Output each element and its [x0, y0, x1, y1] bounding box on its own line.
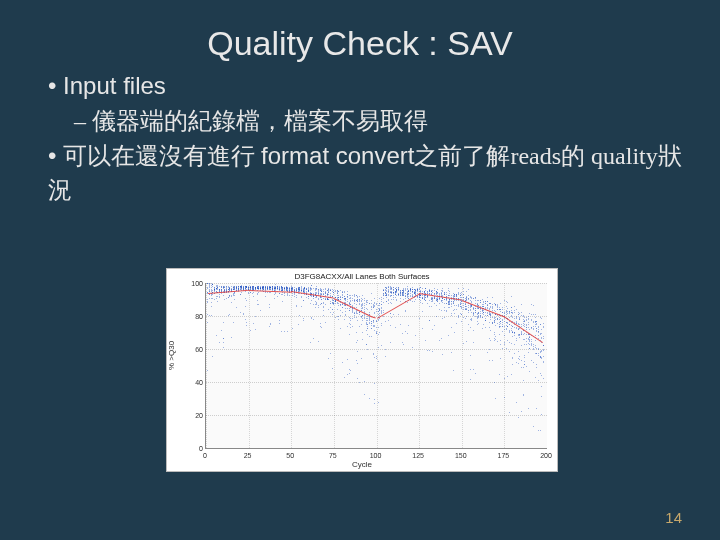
- bullet-2-pre: 可以在還沒有進行: [63, 143, 261, 169]
- bullet-1-sub-text: 儀器端的紀錄檔，檔案不易取得: [92, 108, 428, 134]
- chart-xtick: 100: [370, 452, 382, 459]
- chart-xtick: 25: [244, 452, 252, 459]
- chart-ytick: 100: [189, 280, 203, 287]
- chart-ytick: 40: [189, 379, 203, 386]
- chart-ytick: 60: [189, 346, 203, 353]
- chart-xtick: 0: [203, 452, 207, 459]
- chart-xtick: 125: [412, 452, 424, 459]
- slide-title: Quality Check : SAV: [0, 0, 720, 69]
- chart-xtick: 50: [286, 452, 294, 459]
- bullet-1-sub: – 儀器端的紀錄檔，檔案不易取得: [44, 104, 690, 139]
- page-number: 14: [665, 509, 682, 526]
- chart-ytick: 80: [189, 313, 203, 320]
- bullet-2-mid: format convert: [261, 142, 414, 169]
- slide-content: • Input files – 儀器端的紀錄檔，檔案不易取得 • 可以在還沒有進…: [0, 69, 720, 208]
- bullet-1-text: Input files: [63, 72, 166, 99]
- chart-xtick: 200: [540, 452, 552, 459]
- bullet-2: • 可以在還沒有進行 format convert之前了解reads的 qual…: [44, 139, 690, 209]
- chart-title: D3FG8ACXX/All Lanes Both Surfaces: [167, 269, 557, 282]
- chart-ytick: 20: [189, 412, 203, 419]
- bullet-1: • Input files: [44, 69, 690, 104]
- chart-ytick: 0: [189, 445, 203, 452]
- chart-plot-area: [205, 283, 547, 449]
- slide: Quality Check : SAV • Input files – 儀器端的…: [0, 0, 720, 540]
- chart-xtick: 175: [498, 452, 510, 459]
- chart-ylabel: % >Q30: [167, 341, 176, 370]
- chart-xtick: 75: [329, 452, 337, 459]
- chart: D3FG8ACXX/All Lanes Both Surfaces % >Q30…: [166, 268, 558, 472]
- chart-xtick: 150: [455, 452, 467, 459]
- chart-xlabel: Cycle: [352, 460, 372, 469]
